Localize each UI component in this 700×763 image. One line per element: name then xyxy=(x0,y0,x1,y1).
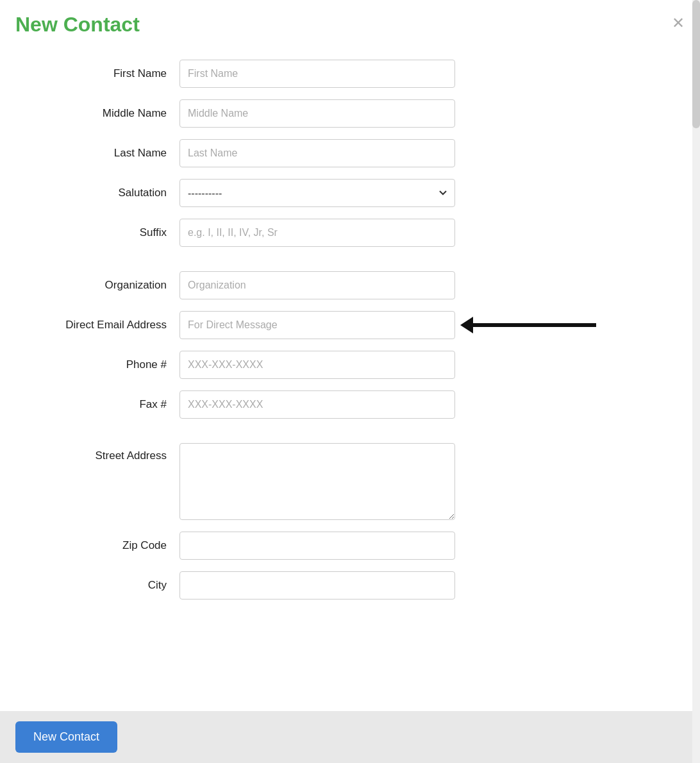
zip-code-row: Zip Code xyxy=(26,532,674,560)
dialog-container: New Contact ✕ First Name Middle Name Las… xyxy=(0,0,700,763)
dialog-title: New Contact xyxy=(15,13,140,37)
email-input[interactable] xyxy=(179,311,455,339)
arrow-indicator xyxy=(468,323,596,327)
zip-code-label: Zip Code xyxy=(26,539,179,552)
middle-name-row: Middle Name xyxy=(26,99,674,128)
phone-label: Phone # xyxy=(26,358,179,371)
new-contact-button[interactable]: New Contact xyxy=(15,721,117,753)
suffix-row: Suffix xyxy=(26,219,674,247)
section-spacer-2 xyxy=(26,430,674,443)
zip-code-input[interactable] xyxy=(179,532,455,560)
organization-input[interactable] xyxy=(179,271,455,299)
street-address-label: Street Address xyxy=(26,443,179,462)
section-spacer-1 xyxy=(26,258,674,271)
dialog-header: New Contact ✕ xyxy=(0,0,700,47)
middle-name-input[interactable] xyxy=(179,99,455,128)
salutation-label: Salutation xyxy=(26,187,179,199)
organization-row: Organization xyxy=(26,271,674,299)
close-button[interactable]: ✕ xyxy=(672,15,685,31)
city-row: City xyxy=(26,571,674,600)
scrollbar-track[interactable] xyxy=(692,0,700,763)
fax-input[interactable] xyxy=(179,390,455,419)
street-address-input[interactable] xyxy=(179,443,455,520)
scrollbar-thumb[interactable] xyxy=(692,0,700,128)
dialog-body: First Name Middle Name Last Name Salutat… xyxy=(0,47,700,711)
fax-label: Fax # xyxy=(26,398,179,411)
phone-row: Phone # xyxy=(26,351,674,379)
salutation-select[interactable]: ---------- Mr. Mrs. Ms. Dr. Prof. xyxy=(179,179,455,207)
phone-input[interactable] xyxy=(179,351,455,379)
arrow-head xyxy=(460,317,473,333)
last-name-input[interactable] xyxy=(179,139,455,167)
email-row: Direct Email Address xyxy=(26,311,674,339)
last-name-label: Last Name xyxy=(26,147,179,160)
salutation-row: Salutation ---------- Mr. Mrs. Ms. Dr. P… xyxy=(26,179,674,207)
middle-name-label: Middle Name xyxy=(26,107,179,120)
dialog-footer: New Contact xyxy=(0,711,700,763)
street-address-row: Street Address xyxy=(26,443,674,520)
first-name-row: First Name xyxy=(26,60,674,88)
city-input[interactable] xyxy=(179,571,455,600)
suffix-input[interactable] xyxy=(179,219,455,247)
first-name-label: First Name xyxy=(26,67,179,80)
fax-row: Fax # xyxy=(26,390,674,419)
email-label: Direct Email Address xyxy=(26,319,179,331)
suffix-label: Suffix xyxy=(26,226,179,239)
arrow-shaft xyxy=(468,323,596,327)
city-label: City xyxy=(26,579,179,592)
organization-label: Organization xyxy=(26,279,179,292)
last-name-row: Last Name xyxy=(26,139,674,167)
first-name-input[interactable] xyxy=(179,60,455,88)
